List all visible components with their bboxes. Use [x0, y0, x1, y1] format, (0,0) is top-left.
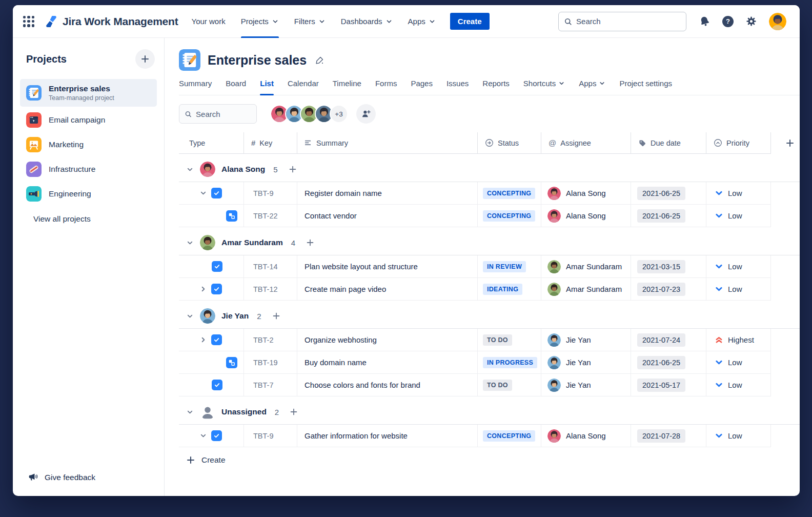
column-header-type[interactable]: Type: [179, 132, 244, 153]
due-date-chip[interactable]: 2021-06-25: [637, 209, 685, 223]
priority-cell[interactable]: Low: [706, 425, 771, 447]
account-avatar[interactable]: [769, 13, 786, 30]
global-search-input[interactable]: [576, 17, 681, 26]
table-row[interactable]: TBT-22 Contact vendor CONCEPTING Alana S…: [179, 205, 771, 227]
status-badge[interactable]: IN REVIEW: [483, 261, 526, 272]
group-header[interactable]: Unassigned 2: [179, 400, 800, 424]
chevron-down-icon[interactable]: [199, 189, 207, 197]
due-date-chip[interactable]: 2021-07-24: [637, 333, 685, 347]
priority-cell[interactable]: Low: [706, 374, 771, 396]
status-badge[interactable]: TO DO: [483, 380, 512, 391]
tab-calendar[interactable]: Calendar: [288, 79, 319, 95]
create-issue-button[interactable]: Create: [187, 455, 800, 465]
sidebar-item-infrastructure[interactable]: Infrastructure: [20, 158, 157, 181]
add-issue-to-group-button[interactable]: [273, 313, 279, 320]
issue-summary[interactable]: Buy domain name: [297, 351, 478, 373]
app-switcher-icon[interactable]: [23, 16, 34, 27]
tab-pages[interactable]: Pages: [411, 79, 433, 95]
tab-project-settings[interactable]: Project settings: [619, 79, 672, 95]
priority-cell[interactable]: Low: [706, 278, 771, 300]
status-badge[interactable]: CONCEPTING: [483, 430, 535, 442]
add-person-button[interactable]: [356, 104, 376, 124]
group-header[interactable]: Alana Song 5: [179, 157, 800, 182]
status-badge[interactable]: TO DO: [483, 334, 512, 346]
assignee-cell[interactable]: Amar Sundaram: [541, 255, 631, 277]
column-header-assignee[interactable]: @ Assignee: [541, 132, 631, 153]
assignee-cell[interactable]: Alana Song: [541, 182, 631, 204]
column-header-priority[interactable]: Priority: [706, 132, 771, 153]
assignee-cell[interactable]: Alana Song: [541, 205, 631, 227]
group-header[interactable]: Amar Sundaram 4: [179, 230, 800, 255]
add-column-button[interactable]: [784, 137, 796, 149]
view-all-projects-link[interactable]: View all projects: [33, 214, 91, 224]
status-badge[interactable]: IN PROGRESS: [483, 357, 537, 368]
assignee-cell[interactable]: Jie Yan: [541, 374, 631, 396]
global-search[interactable]: [558, 12, 686, 31]
table-row[interactable]: TBT-12 Create main page video IDEATING A…: [179, 278, 771, 301]
chevron-right-icon[interactable]: [199, 336, 207, 344]
checkbox-checked[interactable]: [211, 284, 222, 294]
nav-apps[interactable]: Apps: [408, 5, 436, 38]
tab-shortcuts[interactable]: Shortcuts: [523, 79, 565, 95]
due-date-chip[interactable]: 2021-05-17: [637, 379, 685, 392]
due-date-chip[interactable]: 2021-06-25: [637, 187, 685, 200]
avatar-overflow-count[interactable]: +3: [330, 105, 348, 123]
checkbox-checked[interactable]: [211, 334, 222, 345]
sidebar-item-email-campaign[interactable]: Email campaign: [20, 109, 157, 131]
status-badge[interactable]: CONCEPTING: [483, 210, 535, 222]
due-date-chip[interactable]: 2021-06-25: [637, 356, 685, 369]
sidebar-item-engineering[interactable]: Engineering: [20, 183, 157, 205]
issue-summary[interactable]: Choose colors and fonts for brand: [297, 374, 478, 396]
issue-summary[interactable]: Create main page video: [297, 278, 478, 300]
notifications-bell-icon[interactable]: [699, 15, 710, 27]
tab-summary[interactable]: Summary: [179, 79, 212, 95]
nav-dashboards[interactable]: Dashboards: [341, 5, 393, 38]
tab-forms[interactable]: Forms: [375, 79, 397, 95]
jira-logo[interactable]: Jira Work Management: [45, 15, 178, 28]
add-issue-to-group-button[interactable]: [289, 166, 296, 173]
create-button[interactable]: Create: [450, 13, 490, 30]
tab-timeline[interactable]: Timeline: [333, 79, 361, 95]
due-date-chip[interactable]: 2021-07-23: [637, 283, 685, 296]
priority-cell[interactable]: Low: [706, 182, 771, 204]
group-header[interactable]: Jie Yan 2: [179, 304, 800, 328]
column-header-due-date[interactable]: Due date: [631, 132, 706, 153]
table-row[interactable]: TBT-7 Choose colors and fonts for brand …: [179, 374, 771, 396]
chevron-right-icon[interactable]: [199, 285, 207, 293]
assignee-cell[interactable]: Jie Yan: [541, 329, 631, 351]
issue-summary[interactable]: Gather information for website: [297, 425, 478, 447]
column-header-status[interactable]: Status: [478, 132, 541, 153]
nav-projects[interactable]: Projects: [241, 5, 279, 38]
priority-cell[interactable]: Highest: [706, 329, 771, 351]
priority-cell[interactable]: Low: [706, 205, 771, 227]
priority-cell[interactable]: Low: [706, 351, 771, 373]
table-row[interactable]: TBT-9 Register domain name CONCEPTING Al…: [179, 182, 771, 205]
status-badge[interactable]: IDEATING: [483, 284, 522, 295]
checkbox-checked[interactable]: [212, 261, 222, 272]
table-row[interactable]: TBT-19 Buy domain name IN PROGRESS Jie Y…: [179, 351, 771, 374]
list-search[interactable]: [179, 104, 257, 124]
checkbox-checked[interactable]: [211, 430, 222, 441]
assignee-cell[interactable]: Alana Song: [541, 425, 631, 447]
due-date-chip[interactable]: 2021-07-28: [637, 429, 685, 443]
table-row[interactable]: TBT-2 Organize webhosting TO DO Jie Yan …: [179, 329, 771, 351]
issue-summary[interactable]: Register domain name: [297, 182, 478, 204]
assignee-cell[interactable]: Jie Yan: [541, 351, 631, 373]
tab-issues[interactable]: Issues: [446, 79, 469, 95]
assignee-cell[interactable]: Amar Sundaram: [541, 278, 631, 300]
tab-reports[interactable]: Reports: [482, 79, 510, 95]
tab-apps[interactable]: Apps: [579, 79, 605, 95]
list-search-input[interactable]: [196, 110, 251, 118]
status-badge[interactable]: CONCEPTING: [483, 188, 535, 199]
help-icon[interactable]: [722, 16, 734, 27]
issue-summary[interactable]: Contact vendor: [297, 205, 478, 227]
nav-your-work[interactable]: Your work: [192, 5, 226, 38]
edit-pen-icon[interactable]: [315, 55, 324, 65]
table-row[interactable]: TBT-14 Plan website layout and structure…: [179, 255, 771, 278]
chevron-down-icon[interactable]: [199, 432, 207, 440]
checkbox-checked[interactable]: [212, 380, 222, 390]
add-issue-to-group-button[interactable]: [291, 409, 297, 415]
table-row[interactable]: TBT-9 Gather information for website CON…: [179, 425, 771, 447]
issue-summary[interactable]: Organize webhosting: [297, 329, 478, 351]
due-date-chip[interactable]: 2021-03-15: [637, 260, 685, 273]
